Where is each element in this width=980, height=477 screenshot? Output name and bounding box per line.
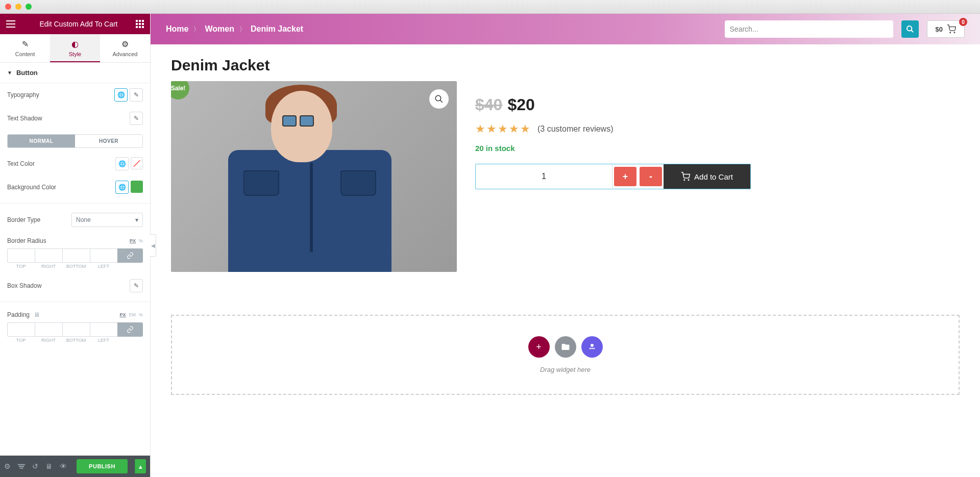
border-type-label: Border Type [7, 216, 40, 223]
store-header: Home 〉 Women 〉 Denim Jacket Search... $0 [151, 14, 980, 44]
editor-tabs: ✎ Content ◐ Style ⚙ Advanced [0, 34, 150, 63]
gear-icon: ⚙ [100, 39, 150, 49]
padding-right[interactable] [35, 322, 62, 337]
responsive-icon[interactable]: 🖥 [45, 462, 53, 470]
control-padding: Padding 🖥 PX EM % [0, 306, 150, 320]
border-radius-right[interactable] [35, 248, 62, 263]
bg-color-globe-icon[interactable]: 🌐 [115, 181, 129, 194]
text-color-globe-icon[interactable]: 🌐 [115, 157, 129, 170]
control-border-type: Border Type None ▾ [0, 208, 150, 232]
history-icon[interactable]: ↺ [32, 462, 38, 470]
product-image[interactable]: Sale! [171, 81, 457, 272]
sidebar-header: Edit Custom Add To Cart [0, 14, 150, 34]
minimize-window-button[interactable] [15, 4, 21, 10]
maximize-window-button[interactable] [26, 4, 32, 10]
add-template-button[interactable] [555, 336, 576, 358]
publish-button[interactable]: PUBLISH [77, 459, 128, 473]
border-radius-labels: TOP RIGHT BOTTOM LEFT [7, 264, 143, 269]
chevron-down-icon: ▾ [135, 216, 138, 223]
text-color-swatch[interactable] [131, 157, 143, 169]
padding-label: Padding [7, 311, 30, 318]
padding-left[interactable] [90, 322, 117, 337]
search-placeholder: Search... [730, 25, 758, 33]
pencil-icon: ✎ [0, 39, 50, 49]
padding-unit-em[interactable]: EM [129, 312, 136, 317]
svg-rect-6 [136, 26, 138, 28]
zoom-icon[interactable] [429, 89, 449, 109]
caret-down-icon: ▼ [7, 70, 12, 76]
section-button-label: Button [16, 69, 38, 77]
edit-box-shadow-button[interactable]: ✎ [130, 279, 143, 292]
padding-bottom[interactable] [62, 322, 90, 337]
edit-typography-button[interactable]: ✎ [130, 88, 143, 102]
unit-pct[interactable]: % [139, 238, 143, 243]
close-window-button[interactable] [5, 4, 11, 10]
cart-total: $0 [936, 26, 943, 33]
globe-icon[interactable]: 🌐 [114, 88, 128, 102]
svg-rect-5 [142, 23, 144, 25]
add-global-button[interactable] [581, 336, 603, 358]
search-button[interactable] [901, 20, 919, 38]
svg-point-15 [591, 344, 594, 347]
window-chrome [0, 0, 980, 14]
add-to-cart-label: Add to Cart [694, 172, 733, 181]
add-section-button[interactable]: + [528, 336, 550, 358]
drop-zone[interactable]: + Drag widget here [171, 315, 960, 395]
bg-color-label: Background Color [7, 184, 56, 191]
control-bg-color: Background Color 🌐 [0, 175, 150, 199]
search-input[interactable]: Search... [725, 20, 893, 38]
menu-icon[interactable] [6, 20, 15, 28]
state-tab-normal[interactable]: NORMAL [8, 135, 75, 147]
box-shadow-label: Box Shadow [7, 282, 41, 289]
star-rating: ★★★★★ [475, 122, 531, 136]
padding-link-button[interactable] [117, 322, 143, 337]
edit-text-shadow-button[interactable]: ✎ [130, 112, 143, 125]
product-title: Denim Jacket [171, 57, 960, 74]
desktop-icon[interactable]: 🖥 [34, 311, 40, 318]
breadcrumb-home[interactable]: Home [166, 24, 188, 34]
cart-button[interactable]: $0 0 [927, 20, 965, 38]
tab-content-label: Content [15, 51, 35, 57]
collapse-sidebar-button[interactable]: ◀ [150, 234, 156, 257]
padding-unit-px[interactable]: PX [119, 312, 126, 317]
add-to-cart-button[interactable]: Add to Cart [664, 164, 750, 189]
product-photo [171, 81, 457, 272]
control-box-shadow: Box Shadow ✎ [0, 274, 150, 297]
tab-content[interactable]: ✎ Content [0, 34, 50, 62]
svg-rect-0 [136, 20, 138, 22]
breadcrumb-women[interactable]: Women [205, 24, 234, 34]
border-radius-top[interactable] [7, 248, 35, 263]
svg-point-12 [435, 95, 441, 101]
bg-color-swatch[interactable] [131, 181, 143, 193]
publish-options-button[interactable]: ▴ [135, 459, 146, 473]
quantity-minus-button[interactable]: - [640, 167, 662, 186]
drop-zone-label: Drag widget here [192, 366, 938, 373]
border-type-select[interactable]: None ▾ [71, 213, 143, 227]
padding-labels: TOP RIGHT BOTTOM LEFT [7, 338, 143, 343]
state-tab-hover[interactable]: HOVER [75, 135, 142, 147]
border-radius-bottom[interactable] [62, 248, 90, 263]
reviews-link[interactable]: (3 customer reviews) [537, 124, 613, 134]
quantity-plus-button[interactable]: + [614, 167, 636, 186]
contrast-icon: ◐ [50, 39, 100, 49]
link-values-button[interactable] [117, 248, 143, 263]
unit-px[interactable]: PX [130, 238, 136, 243]
text-color-label: Text Color [7, 160, 35, 167]
section-button[interactable]: ▼ Button [0, 63, 150, 83]
settings-icon[interactable]: ⚙ [4, 462, 11, 470]
tab-advanced[interactable]: ⚙ Advanced [100, 34, 150, 62]
quantity-input[interactable]: 1 [476, 164, 612, 189]
editor-title: Edit Custom Add To Cart [21, 20, 136, 28]
breadcrumb-current: Denim Jacket [251, 24, 303, 34]
navigator-icon[interactable] [18, 463, 25, 470]
svg-rect-7 [139, 26, 141, 28]
border-radius-left[interactable] [90, 248, 117, 263]
widgets-icon[interactable] [136, 20, 144, 28]
cart-badge: 0 [959, 18, 967, 26]
svg-rect-1 [139, 20, 141, 22]
tab-style[interactable]: ◐ Style [50, 34, 100, 62]
padding-unit-pct[interactable]: % [139, 312, 143, 317]
preview-icon[interactable]: 👁 [60, 462, 67, 470]
control-text-color: Text Color 🌐 [0, 152, 150, 175]
padding-top[interactable] [7, 322, 35, 337]
